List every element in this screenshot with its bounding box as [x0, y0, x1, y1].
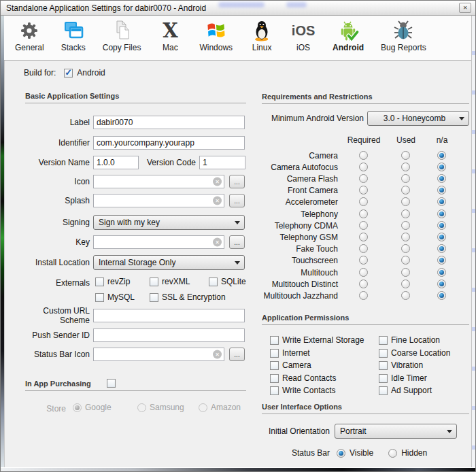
perm-internet[interactable]: Internet	[270, 348, 310, 358]
radio-telephony-cdma-used[interactable]	[401, 221, 410, 230]
tab-windows[interactable]: Windows	[199, 19, 233, 52]
radio-telephony-gsm-required[interactable]	[359, 233, 368, 241]
mysql-checkbox[interactable]	[95, 293, 104, 302]
perm-vibration[interactable]: Vibration	[379, 360, 423, 370]
radio-multitouch-used[interactable]	[401, 268, 410, 277]
push-sender-input[interactable]	[93, 328, 245, 342]
radio-camera-flash-used[interactable]	[401, 174, 410, 183]
radio-touchscreen-na[interactable]	[437, 256, 446, 265]
tab-linux[interactable]: Linux	[250, 19, 274, 52]
in-app-purchasing-checkbox[interactable]	[107, 379, 116, 388]
splash-browse-button[interactable]: ...	[229, 194, 245, 207]
key-browse-button[interactable]: ...	[229, 235, 245, 249]
external-mysql[interactable]: MySQL	[95, 292, 135, 302]
revzip-checkbox[interactable]	[95, 277, 104, 286]
radio-multitouch-distinct-na[interactable]	[437, 280, 446, 288]
tab-general[interactable]: General	[15, 19, 44, 52]
external-sqlite[interactable]: SQLite	[209, 277, 246, 286]
radio-multitouch-jazzhand-na[interactable]	[437, 291, 446, 300]
radio-telephony-na[interactable]	[437, 209, 446, 218]
radio-accelerometer-required[interactable]	[359, 197, 368, 206]
write-external-storage-checkbox[interactable]	[270, 336, 279, 345]
identifier-input[interactable]	[93, 136, 245, 150]
radio-telephony-gsm-na[interactable]	[437, 233, 446, 241]
radio-front-camera-required[interactable]	[359, 186, 368, 195]
ssl-checkbox[interactable]	[150, 293, 158, 302]
radio-multitouch-jazzhand-used[interactable]	[401, 291, 410, 300]
clear-icon[interactable]: ✕	[213, 238, 222, 247]
clear-icon[interactable]: ✕	[213, 178, 222, 186]
radio-camera-autofocus-required[interactable]	[359, 163, 368, 171]
read-contacts-checkbox[interactable]	[270, 374, 279, 383]
tab-bug-reports[interactable]: Bug Reports	[381, 19, 426, 52]
clear-icon[interactable]: ✕	[213, 197, 222, 205]
min-android-version-dropdown[interactable]: 3.0 - Honeycomb	[367, 111, 469, 126]
clear-icon[interactable]: ✕	[213, 350, 222, 359]
external-revzip[interactable]: revZip	[95, 277, 130, 286]
version-name-input[interactable]	[93, 156, 139, 169]
perm-camera[interactable]: Camera	[270, 360, 311, 370]
status-bar-hidden-radio[interactable]	[388, 449, 397, 458]
radio-multitouch-distinct-used[interactable]	[401, 280, 410, 288]
radio-camera-autofocus-na[interactable]	[437, 163, 446, 171]
radio-telephony-cdma-required[interactable]	[359, 221, 368, 230]
icon-input[interactable]	[93, 175, 224, 188]
external-revxml[interactable]: revXML	[150, 277, 190, 286]
perm-coarse-location[interactable]: Coarse Location	[379, 348, 450, 358]
idle-timer-checkbox[interactable]	[379, 374, 388, 383]
radio-multitouch-jazzhand-required[interactable]	[359, 291, 368, 300]
tab-android[interactable]: Android	[333, 19, 364, 52]
google-radio[interactable]	[73, 403, 82, 412]
radio-front-camera-used[interactable]	[401, 186, 410, 195]
sqlite-checkbox[interactable]	[209, 277, 218, 286]
store-samsung[interactable]: Samsung	[137, 403, 184, 412]
close-button[interactable]: ✕	[459, 3, 471, 13]
radio-multitouch-required[interactable]	[359, 268, 368, 277]
status-bar-icon-browse-button[interactable]: ...	[229, 348, 245, 361]
internet-checkbox[interactable]	[270, 349, 279, 358]
radio-multitouch-na[interactable]	[437, 268, 446, 277]
tab-stacks[interactable]: Stacks	[61, 19, 86, 52]
ad-support-checkbox[interactable]	[379, 386, 388, 395]
key-input[interactable]	[93, 235, 224, 249]
radio-camera-na[interactable]	[437, 151, 446, 160]
samsung-radio[interactable]	[137, 403, 146, 412]
perm-write-contacts[interactable]: Write Contacts	[270, 386, 335, 395]
radio-telephony-used[interactable]	[401, 209, 410, 218]
radio-accelerometer-used[interactable]	[401, 197, 410, 206]
custom-url-input[interactable]	[93, 309, 245, 322]
external-ssl[interactable]: SSL & Encryption	[150, 292, 226, 302]
perm-idle-timer[interactable]: Idle Timer	[379, 373, 427, 383]
tab-mac[interactable]: X Mac	[158, 19, 182, 52]
radio-accelerometer-na[interactable]	[437, 197, 446, 206]
radio-touchscreen-required[interactable]	[359, 256, 368, 265]
radio-telephony-cdma-na[interactable]	[437, 221, 446, 230]
radio-camera-flash-na[interactable]	[437, 174, 446, 183]
label-input[interactable]	[93, 116, 245, 129]
signing-dropdown[interactable]: Sign with my key	[93, 215, 245, 230]
perm-fine-location[interactable]: Fine Location	[379, 335, 440, 345]
radio-fake-touch-required[interactable]	[359, 244, 368, 253]
write-contacts-checkbox[interactable]	[270, 386, 279, 395]
perm-read-contacts[interactable]: Read Contacts	[270, 373, 336, 383]
amazon-radio[interactable]	[199, 403, 207, 412]
revxml-checkbox[interactable]	[150, 277, 158, 286]
radio-camera-required[interactable]	[359, 151, 368, 160]
radio-fake-touch-na[interactable]	[437, 244, 446, 253]
radio-camera-flash-required[interactable]	[359, 174, 368, 183]
perm-write-external-storage[interactable]: Write External Storage	[270, 335, 364, 345]
store-google[interactable]: Google	[73, 403, 112, 412]
radio-front-camera-na[interactable]	[437, 186, 446, 195]
radio-camera-used[interactable]	[401, 151, 410, 160]
store-amazon[interactable]: Amazon	[199, 403, 241, 412]
tab-copy-files[interactable]: Copy Files	[103, 19, 141, 52]
radio-telephony-required[interactable]	[359, 209, 368, 218]
radio-fake-touch-used[interactable]	[401, 244, 410, 253]
tab-ios[interactable]: iOS iOS	[291, 19, 316, 52]
vibration-checkbox[interactable]	[379, 361, 388, 370]
install-location-dropdown[interactable]: Internal Storage Only	[93, 255, 245, 270]
fine-location-checkbox[interactable]	[379, 336, 388, 345]
icon-browse-button[interactable]: ...	[229, 175, 245, 188]
version-code-input[interactable]	[199, 156, 245, 169]
radio-camera-autofocus-used[interactable]	[401, 163, 410, 171]
